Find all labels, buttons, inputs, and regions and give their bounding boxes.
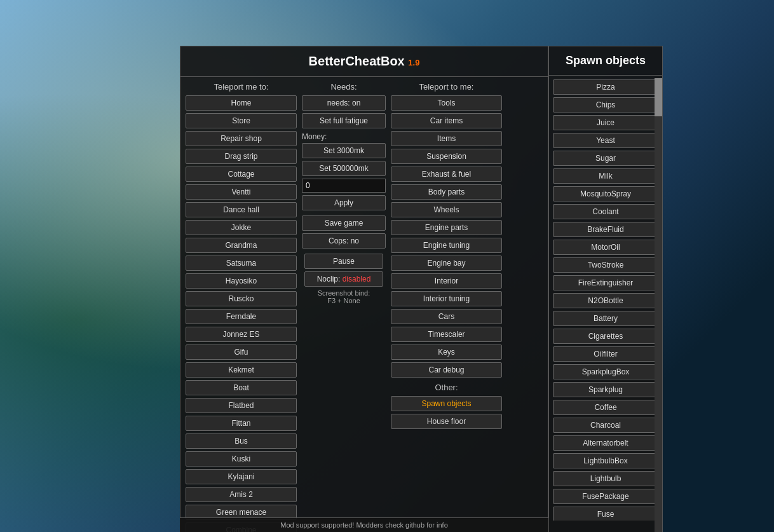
needs-toggle-btn[interactable]: needs: on [302,95,386,111]
spawn-title: Spawn objects [549,46,662,76]
pause-section: Pause Noclip: disabled Screenshot bind: … [302,254,386,304]
set-500000-btn[interactable]: Set 500000mk [302,161,386,176]
screenshot-value: F3 + None [304,297,383,304]
teleport-to-btn[interactable]: Car debug [391,362,502,378]
noclip-btn[interactable]: Noclip: disabled [304,271,383,287]
teleport-to-btn[interactable]: Interior [391,273,502,289]
teleport-to-buttons: ToolsCar itemsItemsSuspensionExhaust & f… [391,95,502,378]
needs-col: Needs: needs: on Set full fatigue Money:… [299,82,388,532]
teleport-to-btn[interactable]: Car items [391,113,502,128]
noclip-label: Noclip: [317,275,341,283]
teleport-from-btn[interactable]: Gifu [186,344,297,360]
spawn-object-btn[interactable]: Juice [553,115,658,130]
spawn-object-btn[interactable]: FireExtinguisher [553,275,658,290]
teleport-from-btn[interactable]: Satsuma [186,256,297,271]
teleport-from-btn[interactable]: Amis 2 [186,487,297,502]
noclip-status: disabled [343,275,371,283]
spawn-object-btn[interactable]: MotorOil [553,240,658,255]
teleport-from-btn[interactable]: Ferndale [186,309,297,324]
teleport-from-btn[interactable]: Bus [186,433,297,449]
spawn-object-btn[interactable]: Cigarettes [553,329,658,344]
teleport-to-btn[interactable]: Exhaust & fuel [391,167,502,182]
teleport-from-btn[interactable]: Kekmet [186,362,297,378]
teleport-to-btn[interactable]: Engine parts [391,220,502,235]
teleport-from-btn[interactable]: Ruscko [186,291,297,306]
teleport-from-btn[interactable]: Kuski [186,451,297,467]
scrollbar-track[interactable] [655,78,662,532]
spawn-object-btn[interactable]: Fuse [553,507,658,521]
teleport-to-btn[interactable]: Keys [391,344,502,360]
spawn-object-btn[interactable]: Milk [553,168,658,184]
teleport-to-btn[interactable]: Engine bay [391,256,502,271]
spawn-object-btn[interactable]: TwoStroke [553,257,658,273]
teleport-from-btn[interactable]: Repair shop [186,131,297,146]
cheatbox-title: BetterCheatBox 1.9 [180,46,548,77]
other-btn[interactable]: House floor [391,414,502,429]
teleport-from-label: Teleport me to: [186,82,297,92]
spawn-object-btn[interactable]: Lightbulb [553,471,658,486]
spawn-object-btn[interactable]: Pizza [553,79,658,95]
teleport-to-btn[interactable]: Cars [391,309,502,324]
spawn-object-btn[interactable]: Sugar [553,151,658,166]
teleport-to-btn[interactable]: Suspension [391,149,502,164]
apply-btn[interactable]: Apply [302,195,386,210]
teleport-from-buttons: HomeStoreRepair shopDrag stripCottageVen… [186,95,297,532]
spawn-object-btn[interactable]: Sparkplug [553,382,658,397]
other-label: Other: [391,383,502,392]
spawn-object-btn[interactable]: Battery [553,311,658,326]
teleport-to-btn[interactable]: Tools [391,95,502,111]
teleport-from-btn[interactable]: Fittan [186,416,297,431]
status-bar-text: Mod support supported! Modders check git… [280,521,448,529]
teleport-from-btn[interactable]: Grandma [186,238,297,253]
scrollbar-thumb[interactable] [655,78,662,116]
teleport-from-btn[interactable]: Ventti [186,184,297,200]
spawn-object-btn[interactable]: Oilfilter [553,346,658,362]
needs-label: Needs: [302,82,386,92]
title-text: BetterCheatBox [309,54,405,68]
teleport-to-label: Teleport to me: [391,82,502,92]
spawn-object-btn[interactable]: Alternatorbelt [553,435,658,451]
teleport-from-btn[interactable]: Drag strip [186,149,297,164]
screenshot-bind-label: Screenshot bind: [304,289,383,297]
spawn-object-btn[interactable]: Charcoal [553,418,658,433]
spawn-object-btn[interactable]: SparkplugBox [553,364,658,379]
teleport-from-btn[interactable]: Jokke [186,220,297,235]
pause-btn[interactable]: Pause [304,254,383,269]
spawn-object-btn[interactable]: LightbulbBox [553,453,658,468]
spawn-object-btn[interactable]: MosquitoSpray [553,186,658,201]
teleport-to-btn[interactable]: Body parts [391,184,502,200]
spawn-object-btn[interactable]: Chips [553,97,658,113]
spawn-object-btn[interactable]: Coffee [553,400,658,415]
teleport-from-btn[interactable]: Boat [186,380,297,395]
teleport-from-col: Teleport me to: HomeStoreRepair shopDrag… [186,82,297,532]
version-badge: 1.9 [408,58,419,67]
teleport-from-btn[interactable]: Jonnez ES [186,327,297,342]
spawn-object-btn[interactable]: FusePackage [553,489,658,504]
teleport-to-btn[interactable]: Items [391,131,502,146]
teleport-to-btn[interactable]: Timescaler [391,327,502,342]
teleport-from-btn[interactable]: Flatbed [186,398,297,413]
money-input[interactable] [302,179,386,193]
cops-btn[interactable]: Cops: no [302,233,386,249]
spawn-list: PizzaChipsJuiceYeastSugarMilkMosquitoSpr… [549,76,662,521]
teleport-from-btn[interactable]: Home [186,95,297,111]
spawn-object-btn[interactable]: N2OBottle [553,293,658,308]
teleport-to-btn[interactable]: Interior tuning [391,291,502,306]
spawn-object-btn[interactable]: Yeast [553,133,658,148]
spawn-object-btn[interactable]: Coolant [553,204,658,219]
teleport-from-btn[interactable]: Hayosiko [186,273,297,289]
status-bar: Mod support supported! Modders check git… [180,517,548,532]
other-btn[interactable]: Spawn objects [391,396,502,411]
set-3000-btn[interactable]: Set 3000mk [302,143,386,158]
cheatbox-panel: BetterCheatBox 1.9 Teleport me to: HomeS… [180,46,548,532]
save-game-btn[interactable]: Save game [302,215,386,231]
teleport-to-col: Teleport to me: ToolsCar itemsItemsSuspe… [391,82,502,532]
teleport-from-btn[interactable]: Dance hall [186,202,297,217]
spawn-object-btn[interactable]: BrakeFluid [553,222,658,237]
set-fatigue-btn[interactable]: Set full fatigue [302,113,386,128]
teleport-to-btn[interactable]: Wheels [391,202,502,217]
teleport-from-btn[interactable]: Store [186,113,297,128]
teleport-from-btn[interactable]: Cottage [186,167,297,182]
teleport-to-btn[interactable]: Engine tuning [391,238,502,253]
teleport-from-btn[interactable]: Kylajani [186,469,297,484]
